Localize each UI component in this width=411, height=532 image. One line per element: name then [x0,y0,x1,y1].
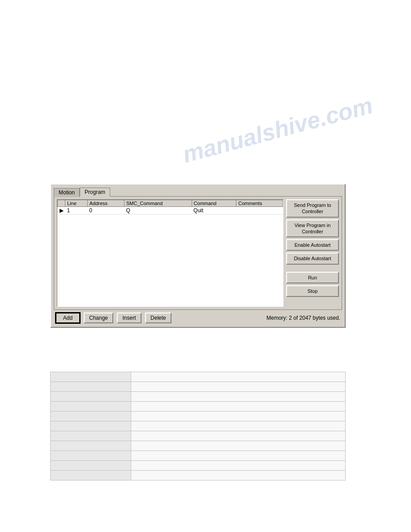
view-program-button[interactable]: View Program inController [286,219,339,238]
delete-button[interactable]: Delete [145,313,171,323]
stop-button[interactable]: Stop [286,285,339,297]
ref-table-row [51,431,346,441]
ref-cell-left [51,421,131,431]
ref-cell-right [131,451,346,461]
ref-table-row [51,451,346,461]
view-program-label: View Program inController [295,223,331,234]
ref-table-row [51,402,346,412]
ref-cell-right [131,421,346,431]
col-line: Line [65,200,88,207]
insert-button[interactable]: Insert [117,313,141,323]
ref-table-row [51,461,346,471]
ref-table-row [51,421,346,431]
send-program-button[interactable]: Send Program toController [286,199,339,218]
ref-cell-left [51,451,131,461]
tabs-row: Motion Program [54,187,342,196]
insert-label: Insert [123,315,136,321]
ref-cell-left [51,441,131,451]
change-label: Change [89,315,108,321]
col-indicator [58,200,65,207]
button-panel: Send Program toController View Program i… [286,199,339,307]
change-button[interactable]: Change [84,313,113,323]
disable-autostart-button[interactable]: Disable Autostart [286,253,339,264]
cell-address: 0 [87,207,124,215]
ref-cell-left [51,412,131,421]
table-row[interactable]: ▶ 1 0 Q Quit [58,207,283,215]
ref-cell-right [131,402,346,412]
ref-cell-left [51,382,131,392]
ref-cell-right [131,372,346,382]
ref-cell-right [131,412,346,421]
table-panel: Line Address SMC_Command Command Comment… [57,199,283,307]
tab-program-label: Program [85,189,105,195]
send-program-label: Send Program toController [294,202,331,214]
disable-autostart-label: Disable Autostart [294,256,331,261]
run-label: Run [308,275,317,280]
ref-table-container [50,372,346,481]
ref-cell-left [51,431,131,441]
ref-cell-left [51,392,131,402]
ref-cell-right [131,392,346,402]
ref-cell-right [131,461,346,471]
tab-motion[interactable]: Motion [54,188,80,197]
tab-program[interactable]: Program [80,188,110,197]
ref-table-row [51,372,346,382]
ref-cell-left [51,372,131,382]
ref-table-row [51,471,346,481]
ref-table-row [51,441,346,451]
col-address: Address [87,200,124,207]
ref-cell-left [51,471,131,481]
run-button[interactable]: Run [286,272,339,283]
stop-label: Stop [308,288,318,294]
col-command: Command [192,200,236,207]
add-button[interactable]: Add [56,313,80,323]
ref-table-row [51,382,346,392]
cell-command: Quit [192,207,236,215]
program-table: Line Address SMC_Command Command Comment… [57,200,283,215]
ref-cell-right [131,431,346,441]
ref-table-row [51,392,346,402]
memory-text: Memory: 2 of 2047 bytes used. [266,315,340,321]
cell-comments [236,207,283,215]
cell-smc-command: Q [124,207,192,215]
ref-cell-right [131,382,346,392]
col-smc-command: SMC_Command [124,200,192,207]
row-indicator: ▶ [58,207,65,215]
ref-cell-left [51,402,131,412]
ref-cell-right [131,441,346,451]
tab-content: Line Address SMC_Command Command Comment… [54,196,342,310]
ref-cell-left [51,461,131,471]
dialog-window: Motion Program Line Address SMC_Command [50,184,346,328]
col-comments: Comments [236,200,283,207]
bottom-bar: Add Change Insert Delete Memory: 2 of 20… [54,310,342,324]
delete-label: Delete [150,315,166,321]
add-label: Add [63,315,73,321]
ref-cell-right [131,471,346,481]
ref-table [50,372,346,481]
ref-table-row [51,412,346,421]
cell-line: 1 [65,207,88,215]
enable-autostart-label: Enable Autostart [295,242,331,248]
watermark: manualshive.com [180,92,375,168]
enable-autostart-button[interactable]: Enable Autostart [286,239,339,251]
tab-motion-label: Motion [59,189,75,196]
program-table-container: Line Address SMC_Command Command Comment… [57,199,283,307]
